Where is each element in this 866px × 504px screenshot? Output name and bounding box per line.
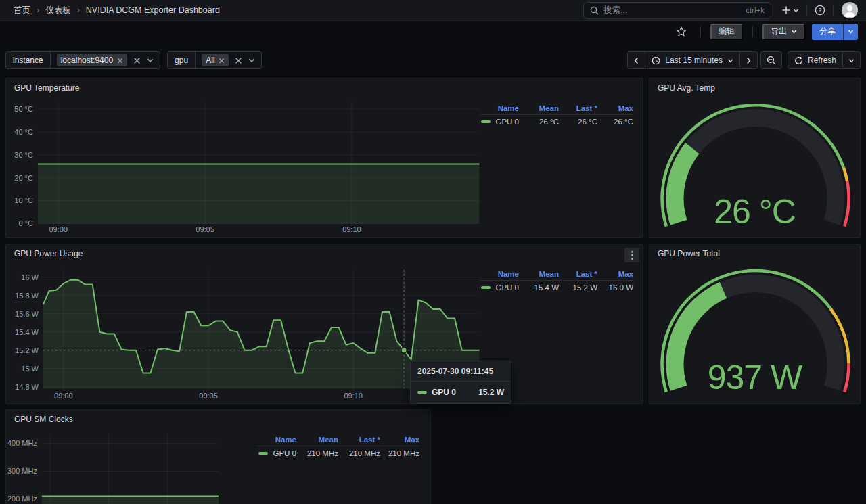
tooltip-series-value: 15.2 W — [461, 388, 504, 397]
legend-header-last[interactable]: Last * — [338, 434, 380, 446]
svg-text:15.2 W: 15.2 W — [15, 346, 39, 354]
time-shift-back-button[interactable] — [628, 52, 645, 68]
time-zoom-out-button[interactable] — [761, 52, 781, 68]
help-button[interactable]: ? — [810, 1, 830, 19]
legend-series-name[interactable]: GPU 0 — [257, 448, 296, 459]
gpu-variable-control: gpu All — [167, 51, 262, 69]
temperature-legend: Name Mean Last * Max GPU 0 26 °C 26 °C 2… — [480, 103, 633, 127]
search-input[interactable] — [603, 5, 741, 15]
legend-row: GPU 0 26 °C 26 °C 26 °C — [480, 116, 633, 127]
series-color-swatch — [417, 391, 427, 394]
clear-all-icon[interactable] — [133, 57, 141, 64]
legend-header-last[interactable]: Last * — [559, 103, 597, 115]
legend-series-name[interactable]: GPU 0 — [480, 282, 519, 293]
time-shift-forward-button[interactable] — [740, 52, 757, 68]
share-dropdown-button[interactable] — [843, 24, 858, 40]
search-box[interactable]: ctrl+k — [583, 2, 771, 19]
refresh-button[interactable]: Refresh — [788, 52, 843, 68]
legend-max-value: 16.0 W — [597, 282, 633, 293]
chevron-down-icon — [791, 28, 797, 35]
remove-value-icon[interactable] — [117, 58, 123, 64]
svg-text:16 W: 16 W — [21, 273, 39, 281]
angle-left-icon — [633, 57, 639, 64]
legend-last-value: 15.2 W — [559, 282, 597, 293]
favorite-star-button[interactable] — [672, 26, 691, 37]
clock-icon — [652, 56, 660, 65]
breadcrumb-home[interactable]: 首页 — [14, 5, 30, 16]
legend-header-mean[interactable]: Mean — [519, 103, 559, 115]
legend-header-mean[interactable]: Mean — [519, 269, 559, 281]
zoom-out-group — [760, 51, 782, 69]
panel-gpu-avg-temp: GPU Avg. Temp 26 °C — [649, 78, 861, 238]
gpu-variable-label[interactable]: gpu — [168, 52, 196, 68]
time-picker-group: Last 15 minutes — [627, 51, 758, 69]
instance-value-chip[interactable]: localhost:9400 — [57, 54, 127, 66]
topnav-divider — [806, 5, 807, 16]
legend-header-max[interactable]: Max — [380, 434, 419, 446]
sm-clocks-legend: Name Mean Last * Max GPU 0 210 MHz 210 M… — [257, 434, 419, 459]
legend-header-row: Name Mean Last * Max — [257, 434, 419, 448]
legend-header-last[interactable]: Last * — [559, 269, 597, 281]
legend-header-name[interactable]: Name — [480, 269, 519, 281]
svg-text:09:10: 09:10 — [342, 225, 361, 233]
panel-title[interactable]: GPU Power Total — [658, 249, 720, 258]
svg-text:15 W: 15 W — [21, 365, 39, 373]
clear-all-icon[interactable] — [235, 57, 242, 64]
legend-header-name[interactable]: Name — [257, 434, 296, 446]
legend-row: GPU 0 15.4 W 15.2 W 16.0 W — [480, 282, 633, 293]
top-nav-bar: 首页 › 仪表板 › NVIDIA DCGM Exporter Dashboar… — [0, 0, 866, 21]
svg-text:0 °C: 0 °C — [18, 219, 33, 227]
legend-header-max[interactable]: Max — [597, 269, 633, 281]
panel-title[interactable]: GPU Avg. Temp — [658, 83, 715, 93]
chevron-down-icon[interactable] — [248, 57, 255, 64]
breadcrumb-dashboards[interactable]: 仪表板 — [45, 5, 71, 16]
remove-value-icon[interactable] — [219, 58, 225, 64]
export-button[interactable]: 导出 — [762, 24, 805, 40]
tooltip-series-row: GPU 0 15.2 W — [411, 382, 511, 403]
instance-variable-value[interactable]: localhost:9400 — [51, 52, 160, 68]
breadcrumb: 首页 › 仪表板 › NVIDIA DCGM Exporter Dashboar… — [14, 5, 220, 16]
dashboard-actions-bar: 编辑 导出 分享 — [0, 21, 866, 42]
panel-title[interactable]: GPU Power Usage — [14, 249, 83, 258]
gauge-value-text: 937 W — [650, 361, 860, 394]
time-range-button[interactable]: Last 15 minutes — [645, 52, 740, 68]
refresh-group: Refresh — [788, 51, 861, 69]
chevron-down-icon — [727, 58, 733, 64]
series-color-swatch — [481, 120, 491, 123]
svg-text:20 °C: 20 °C — [14, 174, 33, 182]
chart-tooltip: 2025-07-30 09:11:45 GPU 0 15.2 W — [410, 361, 511, 404]
instance-variable-label[interactable]: instance — [6, 52, 51, 68]
share-button[interactable]: 分享 — [812, 24, 843, 40]
tooltip-timestamp: 2025-07-30 09:11:45 — [411, 361, 511, 382]
chevron-down-icon[interactable] — [147, 57, 154, 64]
legend-header-name[interactable]: Name — [480, 103, 519, 115]
gpu-variable-value[interactable]: All — [196, 52, 261, 68]
svg-text:15.8 W: 15.8 W — [15, 292, 39, 300]
person-icon — [842, 2, 858, 18]
legend-header-mean[interactable]: Mean — [296, 434, 338, 446]
svg-text:30 °C: 30 °C — [14, 151, 33, 159]
edit-button[interactable]: 编辑 — [710, 24, 743, 40]
legend-series-name[interactable]: GPU 0 — [480, 116, 519, 127]
refresh-interval-dropdown[interactable] — [843, 52, 860, 68]
chevron-down-icon — [793, 7, 799, 14]
panel-gpu-power-usage: GPU Power Usage 14.8 W15 W15.2 W15.4 W15… — [5, 244, 643, 404]
refresh-icon — [794, 56, 803, 65]
svg-text:09:05: 09:05 — [199, 392, 217, 400]
new-button[interactable] — [777, 1, 804, 19]
legend-mean-value: 210 MHz — [296, 448, 338, 459]
svg-text:09:00: 09:00 — [54, 392, 72, 400]
svg-text:09:10: 09:10 — [344, 392, 362, 400]
panel-title[interactable]: GPU Temperature — [14, 83, 80, 93]
user-avatar[interactable] — [842, 2, 858, 18]
legend-header-max[interactable]: Max — [597, 103, 633, 115]
subnav-divider — [700, 26, 701, 37]
panel-title[interactable]: GPU SM Clocks — [14, 415, 73, 424]
panel-menu-button[interactable] — [624, 248, 639, 262]
tooltip-series-name: GPU 0 — [432, 388, 456, 397]
gauge-value-text: 26 °C — [650, 195, 860, 229]
gpu-value-chip[interactable]: All — [202, 54, 229, 66]
svg-text:14.8 W: 14.8 W — [15, 383, 39, 391]
svg-text:09:00: 09:00 — [49, 225, 68, 233]
breadcrumb-current-dashboard: NVIDIA DCGM Exporter Dashboard — [86, 5, 220, 15]
